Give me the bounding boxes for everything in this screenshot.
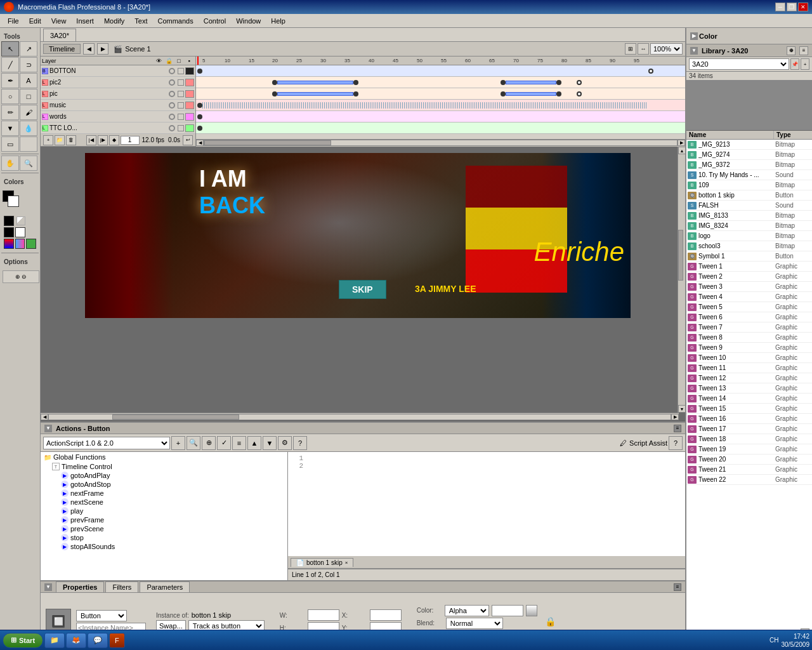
layer-pic[interactable]: L pic xyxy=(41,88,195,100)
lib-item[interactable]: G Tween 11 Graphic xyxy=(686,363,812,373)
lib-item[interactable]: B _MG_9213 Bitmap xyxy=(686,140,812,150)
oval-tool[interactable]: ○ xyxy=(1,89,19,104)
w-input[interactable]: 105.0 xyxy=(308,609,339,621)
library-dropdown[interactable]: 3A20 xyxy=(689,58,789,70)
text-tool[interactable]: A xyxy=(20,73,37,88)
lasso-tool[interactable]: ⊃ xyxy=(20,57,37,72)
layer-words-frame[interactable] xyxy=(185,113,194,121)
stage-vscroll-down[interactable]: ▼ xyxy=(678,405,685,413)
menu-file[interactable]: File xyxy=(3,16,24,26)
lib-item[interactable]: G Tween 12 Graphic xyxy=(686,373,812,383)
lib-item[interactable]: G Tween 14 Graphic xyxy=(686,394,812,404)
lib-item[interactable]: G Tween 21 Graphic xyxy=(686,465,812,475)
hand-tool[interactable]: ✋ xyxy=(1,156,19,171)
menu-insert[interactable]: Insert xyxy=(71,16,99,26)
layer-pic-visible[interactable] xyxy=(169,91,175,97)
add-layer-button[interactable]: + xyxy=(43,135,53,145)
lib-item[interactable]: G Tween 19 Graphic xyxy=(686,444,812,454)
expand-button[interactable]: ▼ xyxy=(263,436,277,450)
bw-swatch[interactable] xyxy=(4,216,14,226)
frame-row-pic[interactable] xyxy=(196,88,685,100)
library-collapse-button[interactable]: ▼ xyxy=(690,47,698,55)
tree-global-functions[interactable]: 📁 Global Functions xyxy=(41,452,287,462)
pen-tool[interactable]: ✒ xyxy=(1,73,19,88)
lib-item[interactable]: G Tween 13 Graphic xyxy=(686,383,812,394)
find-button[interactable]: 🔍 xyxy=(187,436,200,450)
x-input[interactable]: 454.6 xyxy=(370,609,402,621)
lib-item[interactable]: G Tween 20 Graphic xyxy=(686,454,812,465)
lib-item[interactable]: G Tween 22 Graphic xyxy=(686,475,812,485)
component-type-select[interactable]: Button Movie Clip Graphic xyxy=(76,610,127,621)
lib-item[interactable]: B 109 Bitmap xyxy=(686,180,812,190)
help-button[interactable]: ? xyxy=(293,436,307,450)
close-button[interactable]: ✕ xyxy=(798,3,808,11)
script-assist-button[interactable]: 🖊 Script Assist xyxy=(620,439,667,447)
eraser-tool[interactable]: ▭ xyxy=(1,136,19,152)
layer-words[interactable]: L words xyxy=(41,111,195,123)
color-type-select[interactable]: Alpha None Tint Brightness Advanced xyxy=(445,605,489,616)
check-syntax-button[interactable]: ✓ xyxy=(217,436,231,450)
no-color-swatch[interactable] xyxy=(16,216,25,225)
props-collapse-button[interactable]: ▼ xyxy=(44,583,52,591)
layer-music-visible[interactable] xyxy=(169,102,175,109)
lib-item[interactable]: G Tween 3 Graphic xyxy=(686,282,812,292)
stage-scroll-right[interactable]: ▶ xyxy=(671,414,679,420)
layer-music-lock[interactable] xyxy=(178,102,184,109)
frame-next-button[interactable]: |▶ xyxy=(98,135,108,145)
layer-music[interactable]: L music xyxy=(41,100,195,111)
fit-page-button[interactable]: ⊞ xyxy=(625,43,636,55)
tree-nextScene[interactable]: ▶ nextScene xyxy=(58,498,287,507)
color-collapse-button[interactable]: ▶ xyxy=(690,32,698,40)
layer-ttclo[interactable]: L TTC LO... xyxy=(41,123,195,134)
layer-pic2-frame[interactable] xyxy=(185,79,194,86)
stage-canvas[interactable]: I AM BACK Enriche SKIP 3A JIMMY LEE xyxy=(85,153,631,318)
lib-item[interactable]: G Tween 15 Graphic xyxy=(686,404,812,414)
taskbar-messenger-button[interactable]: 💬 xyxy=(88,633,108,648)
lib-item[interactable]: G Tween 17 Graphic xyxy=(686,424,812,434)
layer-botton-lock[interactable] xyxy=(178,68,184,74)
option-btn-1[interactable]: ⊕ ⊖ xyxy=(3,270,39,283)
layer-ttclo-frame[interactable] xyxy=(185,124,194,132)
frame-row-ttclo[interactable] xyxy=(196,123,685,134)
frame-row-pic2[interactable] xyxy=(196,77,685,88)
tree-prevScene[interactable]: ▶ prevScene xyxy=(58,524,287,533)
fill-tool[interactable]: ▼ xyxy=(1,121,19,136)
layer-pic-lock[interactable] xyxy=(178,91,184,97)
scroll-right-btn[interactable]: ▶ xyxy=(678,140,685,146)
eyedrop-tool[interactable]: 💧 xyxy=(20,121,37,136)
actions-options-button[interactable]: ≡ xyxy=(674,425,681,432)
loop-toggle[interactable]: ↩ xyxy=(183,135,193,145)
scroll-track[interactable] xyxy=(204,140,678,146)
layer-pic2-lock[interactable] xyxy=(178,79,184,86)
tree-gotoAndStop[interactable]: ▶ gotoAndStop xyxy=(58,480,287,489)
fill-color-swatch[interactable] xyxy=(8,196,19,207)
fit-width-button[interactable]: ↔ xyxy=(638,43,649,55)
library-new-button[interactable]: + xyxy=(801,58,809,70)
tab-properties[interactable]: Properties xyxy=(56,581,104,593)
stage-vscroll-up[interactable]: ▲ xyxy=(678,147,685,154)
tree-play[interactable]: ▶ play xyxy=(58,507,287,515)
skip-button[interactable]: SKIP xyxy=(339,280,386,299)
actions-collapse-button[interactable]: ▼ xyxy=(44,425,52,432)
lib-item[interactable]: B _MG_9274 Bitmap xyxy=(686,150,812,160)
layer-words-visible[interactable] xyxy=(169,114,175,120)
tree-stopAllSounds[interactable]: ▶ stopAllSounds xyxy=(58,542,287,551)
insert-target-button[interactable]: ⊕ xyxy=(202,436,216,450)
gradient-swatch[interactable] xyxy=(4,239,14,249)
library-pin-button[interactable]: 📌 xyxy=(790,58,799,70)
layer-words-lock[interactable] xyxy=(178,114,184,120)
taskbar-flash-button[interactable]: F xyxy=(109,633,125,648)
delete-layer-button[interactable]: 🗑 xyxy=(66,135,76,145)
layer-music-frame[interactable] xyxy=(185,102,194,109)
layer-pic-frame[interactable] xyxy=(185,90,194,98)
scroll-thumb[interactable] xyxy=(204,140,331,145)
lib-col-name-header[interactable]: Name xyxy=(686,131,774,139)
lib-item[interactable]: B _MG_9372 Bitmap xyxy=(686,160,812,170)
rect-tool[interactable]: □ xyxy=(20,89,37,104)
lib-item[interactable]: B school3 Bitmap xyxy=(686,241,812,251)
menu-text[interactable]: Text xyxy=(129,16,152,26)
layer-ttclo-lock[interactable] xyxy=(178,125,184,131)
gradient2-swatch[interactable] xyxy=(15,239,25,249)
tree-stop[interactable]: ▶ stop xyxy=(58,533,287,542)
line-tool[interactable]: ╱ xyxy=(1,57,19,72)
